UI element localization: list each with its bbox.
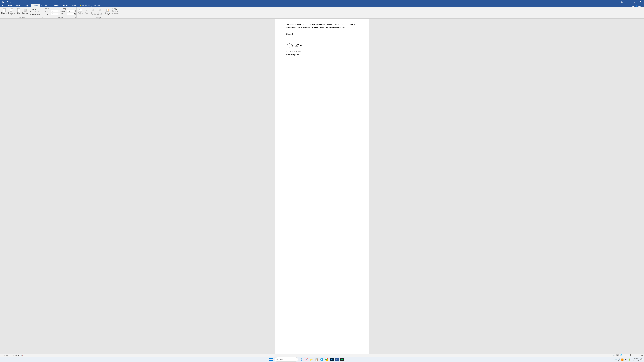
svg-rect-6	[634, 1, 635, 2]
ribbon-display-icon[interactable]	[620, 0, 624, 3]
taskbar: 🔍 Search ⓑ ✂️ 📁 📋 Ps W ▶ ⌃ 🛡️ 🎤 📶 🔊 🔋 10…	[0, 357, 644, 362]
tell-me-label: Tell me what you want to do...	[82, 5, 103, 6]
spellcheck-icon[interactable]: 📖	[20, 354, 24, 356]
indent-right-input[interactable]	[51, 12, 58, 15]
telegram-icon[interactable]	[320, 358, 324, 361]
word-count[interactable]: 131 words	[11, 355, 20, 356]
word-icon[interactable]: W	[335, 358, 339, 361]
app-icon[interactable]: ▶	[340, 358, 344, 361]
spacing-before-up[interactable]: ▲	[74, 10, 76, 11]
paragraph-group: Indent ⇥Left: ▲▼ ⇤Right: ▲▼ Spacing ↕Bef…	[44, 7, 76, 18]
spacing-after-up[interactable]: ▲	[74, 12, 76, 14]
save-icon[interactable]	[2, 0, 5, 3]
hyphenation-button[interactable]: bc Hyphenation ▾	[29, 13, 42, 16]
zoom-thumb[interactable]	[630, 354, 631, 356]
indent-left-input[interactable]	[51, 10, 58, 12]
search-placeholder: Search	[280, 359, 285, 361]
columns-button[interactable]: Columns ▾	[22, 8, 28, 16]
spacing-before-input[interactable]	[67, 10, 74, 12]
document-area: This letter is simply to notify you of t…	[0, 18, 644, 354]
undo-icon[interactable]: ↶	[6, 0, 8, 3]
line-numbers-button[interactable]: ≣ Line Numbers ▾	[29, 10, 42, 13]
breaks-label: Breaks	[32, 8, 36, 10]
tab-review[interactable]: Review	[61, 4, 70, 7]
share-button[interactable]: 👤 Share	[635, 5, 642, 7]
tab-design[interactable]: Design	[22, 4, 31, 7]
indent-right-down[interactable]: ▼	[58, 14, 60, 15]
indent-left-up[interactable]: ▲	[58, 10, 60, 11]
arrange-group-label: Arrange	[78, 17, 120, 19]
photoshop-icon[interactable]: Ps	[330, 358, 334, 361]
search-icon: 🔍	[276, 359, 278, 361]
group-label: Group	[114, 10, 118, 12]
qat-customize-icon[interactable]: ▾	[13, 1, 14, 3]
print-layout-icon[interactable]: ▦	[616, 354, 619, 356]
status-bar: Page 1 of 1 131 words 📖 📖 ▦ 🌐 − + 90%	[0, 354, 644, 357]
redo-icon[interactable]: ↻	[9, 0, 12, 3]
notifications-icon[interactable]: 💬	[640, 359, 643, 361]
line-numbers-label: Line Numbers	[32, 11, 41, 12]
indent-right-up[interactable]: ▲	[58, 12, 60, 14]
breaks-button[interactable]: ⊞ Breaks ▾	[29, 8, 42, 10]
start-button[interactable]	[270, 358, 273, 361]
clock[interactable]: 10:57 PM 5/23/2023	[632, 358, 639, 361]
tab-insert[interactable]: Insert	[14, 4, 22, 7]
ribbon-tabs: File Home Insert Design Layout Reference…	[0, 4, 644, 7]
tab-view[interactable]: View	[70, 4, 78, 7]
tray-expand-icon[interactable]: ⌃	[612, 359, 614, 361]
close-icon[interactable]: ✕	[638, 0, 642, 3]
minimize-icon[interactable]: —	[626, 0, 630, 3]
zoom-slider[interactable]	[625, 355, 637, 356]
tab-file[interactable]: File	[0, 4, 6, 7]
security-icon[interactable]: 🛡️	[614, 359, 617, 361]
send-backward-button[interactable]: Send Backward ▾	[96, 8, 104, 17]
orientation-button[interactable]: Orientation ▾	[8, 8, 16, 16]
zoom-in-button[interactable]: +	[638, 355, 639, 356]
margins-button[interactable]: Margins ▾	[1, 8, 7, 16]
notepad-icon[interactable]: 📋	[314, 358, 318, 361]
wrap-text-icon	[84, 8, 89, 12]
selection-pane-icon	[106, 8, 110, 12]
volume-icon[interactable]: 🔊	[625, 359, 627, 361]
page-indicator[interactable]: Page 1 of 1	[1, 355, 11, 356]
battery-icon[interactable]: 🔋	[628, 359, 630, 361]
snipping-tool-icon[interactable]: ✂️	[304, 358, 308, 361]
size-button[interactable]: Size ▾	[16, 8, 21, 16]
chrome-icon[interactable]	[325, 358, 328, 361]
tab-home[interactable]: Home	[6, 4, 14, 7]
spacing-after-input[interactable]	[67, 12, 74, 15]
indent-left-down[interactable]: ▼	[58, 11, 60, 12]
tab-references[interactable]: References	[40, 4, 52, 7]
bing-icon[interactable]: ⓑ	[299, 358, 303, 361]
selection-pane-label: Selection Pane	[105, 12, 111, 15]
microphone-icon[interactable]: 🎤	[618, 359, 620, 361]
clock-time: 10:57 PM	[632, 358, 639, 359]
position-button[interactable]: Position ▾	[78, 8, 84, 17]
paragraph-dialog-launcher-icon[interactable]: ⊡	[75, 17, 76, 18]
spacing-after-down[interactable]: ▼	[74, 14, 76, 15]
wifi-icon[interactable]: 📶	[621, 359, 624, 361]
tab-mailings[interactable]: Mailings	[52, 4, 61, 7]
sign-in-button[interactable]: Sign in	[629, 5, 634, 7]
svg-rect-21	[92, 9, 94, 10]
spacing-before-down[interactable]: ▼	[74, 11, 76, 12]
read-mode-icon[interactable]: 📖	[612, 354, 615, 356]
zoom-level[interactable]: 90%	[640, 355, 643, 356]
maximize-icon[interactable]	[632, 0, 636, 3]
wrap-text-button[interactable]: Wrap Text ▾	[84, 8, 89, 17]
tell-me-search[interactable]: 💡 Tell me what you want to do...	[78, 4, 105, 7]
page-setup-dialog-launcher-icon[interactable]: ⊡	[42, 17, 43, 18]
indent-right-icon: ⇤	[44, 13, 46, 15]
collapse-ribbon-icon[interactable]: ⌃	[639, 7, 644, 18]
document-page[interactable]: This letter is simply to notify you of t…	[276, 18, 368, 354]
web-layout-icon[interactable]: 🌐	[620, 354, 622, 356]
selection-pane-button[interactable]: Selection Pane	[104, 8, 111, 17]
bulb-icon: 💡	[79, 5, 81, 6]
file-explorer-icon[interactable]: 📁	[310, 358, 313, 361]
indent-right-label: ⇤Right:	[44, 13, 51, 15]
taskbar-search[interactable]: 🔍 Search	[274, 357, 298, 362]
align-button[interactable]: ⊫ Align ▾	[112, 8, 120, 10]
tab-layout[interactable]: Layout	[31, 4, 40, 7]
zoom-out-button[interactable]: −	[624, 355, 624, 356]
bring-forward-button[interactable]: Bring Forward ▾	[90, 8, 96, 17]
